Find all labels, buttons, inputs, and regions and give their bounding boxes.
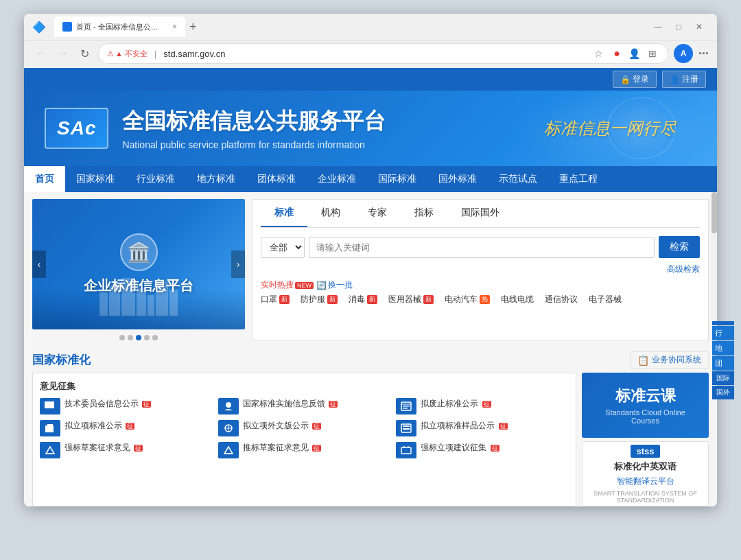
url-action-icons: ☆ ● 👤 ⊞ — [592, 47, 659, 60]
hot-search-header: 实时热搜 NEW 🔄 换一批 — [261, 279, 700, 291]
ns-icon-1 — [218, 398, 239, 415]
bookmark-icon[interactable]: ☆ — [592, 47, 606, 60]
float-intl[interactable]: 国际 — [712, 371, 717, 385]
dot-2[interactable] — [128, 335, 133, 340]
nav-bar: 首页 国家标准 行业标准 地方标准 团体标准 企业标准 国际标准 国外标准 示范… — [24, 166, 717, 192]
cast-icon[interactable]: ⊞ — [646, 47, 659, 60]
search-button[interactable]: 检索 — [659, 236, 700, 258]
minimize-button[interactable]: — — [648, 19, 668, 34]
svg-rect-7 — [403, 408, 408, 409]
hot-item-1[interactable]: 防护服 新 — [301, 294, 338, 305]
nav-item-international[interactable]: 国际标准 — [367, 166, 427, 192]
ns-item-2[interactable]: 拟废止标准公示 征 — [396, 398, 569, 415]
extensions-icon[interactable]: ● — [610, 47, 624, 60]
login-button[interactable]: 🔒 登录 — [613, 71, 657, 88]
dot-5[interactable] — [152, 335, 158, 340]
float-group[interactable]: 团 — [712, 356, 717, 371]
search-tabs: 标准 机构 专家 指标 国际国外 — [261, 200, 700, 228]
ns-item-text-0: 技术委员会信息公示 征 — [64, 398, 151, 410]
ns-content: 意见征集 技术委员会信息公示 征 — [32, 373, 709, 506]
search-tab-institution[interactable]: 机构 — [307, 200, 354, 227]
title-bar: 🔷 首页 - 全国标准信息公共服务平... × + — □ ✕ — [24, 14, 717, 40]
hot-item-7[interactable]: 电子器械 — [589, 294, 622, 305]
float-national[interactable]: 国家标准 — [712, 321, 717, 325]
svg-rect-17 — [401, 447, 411, 454]
nav-item-industry[interactable]: 行业标准 — [126, 166, 186, 192]
ns-item-0[interactable]: 技术委员会信息公示 征 — [40, 398, 213, 415]
nav-item-national[interactable]: 国家标准 — [65, 166, 126, 192]
url-text[interactable]: std.samr.gov.cn — [163, 49, 588, 59]
search-tab-expert[interactable]: 专家 — [354, 200, 401, 227]
nav-item-foreign[interactable]: 国外标准 — [427, 166, 488, 192]
profile-button[interactable]: A — [674, 44, 693, 63]
ns-item-3[interactable]: 拟立项标准公示 征 — [40, 420, 213, 436]
refresh-hot-link[interactable]: 🔄 换一批 — [316, 279, 353, 291]
window-buttons: — □ ✕ — [648, 19, 709, 34]
dot-1[interactable] — [119, 335, 125, 340]
url-bar: ⚠ ▲ 不安全 | std.samr.gov.cn ☆ ● 👤 ⊞ — [98, 43, 668, 64]
warning-icon: ⚠ — [107, 49, 114, 58]
back-button[interactable]: ← — [32, 45, 49, 62]
hot-item-4[interactable]: 电动汽车 热 — [445, 294, 490, 305]
search-input[interactable] — [309, 237, 655, 258]
tab-favicon — [62, 22, 72, 32]
business-system-link[interactable]: 📋 业务协同系统 — [630, 351, 709, 369]
close-button[interactable]: ✕ — [690, 19, 709, 34]
stss-ad[interactable]: stss 标准化中英双语 智能翻译云平台 SMART TRANSLATION S… — [582, 441, 709, 506]
new-tab-button[interactable]: + — [185, 19, 201, 36]
banner-next-btn[interactable]: › — [231, 250, 245, 278]
banner-dots — [32, 335, 245, 340]
hot-item-3[interactable]: 医用器械 新 — [388, 294, 434, 305]
ns-item-7[interactable]: 推标草案征求意见 征 — [218, 442, 391, 458]
more-options-button[interactable]: ··· — [698, 47, 709, 61]
maximize-button[interactable]: □ — [669, 19, 688, 34]
dot-4[interactable] — [144, 335, 150, 340]
scrollbar-thumb[interactable] — [711, 192, 717, 233]
ns-item-8[interactable]: 强标立项建议征集 征 — [396, 442, 569, 458]
stss-sub2: SMART TRANSLATION SYSTEM OF STANDARDIZAT… — [588, 490, 703, 504]
lock-icon: 🔒 — [620, 75, 631, 84]
hot-item-0[interactable]: 口罩 新 — [261, 294, 290, 305]
forward-button[interactable]: → — [54, 45, 71, 62]
refresh-button[interactable]: ↻ — [76, 45, 93, 62]
float-industry[interactable]: 行 — [712, 326, 717, 340]
search-scope-select[interactable]: 全部 — [261, 237, 305, 258]
profile-icon[interactable]: 👤 — [628, 47, 642, 60]
tab-close-btn[interactable]: × — [172, 22, 177, 32]
ns-item-4[interactable]: 拟立项外文版公示 征 — [218, 420, 391, 436]
window-controls: 🔷 — [32, 21, 46, 34]
nav-item-home[interactable]: 首页 — [24, 166, 65, 192]
float-local[interactable]: 地 — [712, 341, 717, 355]
nav-item-local[interactable]: 地方标准 — [186, 166, 246, 192]
hot-item-6[interactable]: 通信协议 — [545, 294, 578, 305]
advanced-search-link[interactable]: 高级检索 — [261, 264, 700, 275]
refresh-icon: 🔄 — [316, 281, 327, 290]
search-tab-intl[interactable]: 国际国外 — [447, 200, 513, 227]
nav-item-demo[interactable]: 示范试点 — [488, 166, 548, 192]
banner-icon: 🏛️ — [120, 233, 158, 271]
nav-item-key[interactable]: 重点工程 — [548, 166, 609, 192]
ns-item-5[interactable]: 拟立项标准样品公示 征 — [396, 420, 569, 436]
ns-icon-5 — [396, 420, 416, 436]
svg-rect-2 — [46, 405, 53, 406]
ns-header: 国家标准化 📋 业务协同系统 国家标准 行 地 团 国际 国外 — [32, 351, 709, 369]
hot-item-2[interactable]: 消毒 新 — [349, 294, 377, 305]
right-ads: 标准云课 Standards Cloud Online Courses stss… — [582, 373, 709, 506]
ns-title: 国家标准化 — [32, 352, 91, 368]
website-content: 🔒 登录 👤 注册 SAc 全国标准信息公共服务平台 National publ… — [24, 68, 717, 506]
cloud-courses-ad[interactable]: 标准云课 Standards Cloud Online Courses — [582, 373, 709, 438]
nav-item-enterprise[interactable]: 企业标准 — [307, 166, 367, 192]
active-tab[interactable]: 首页 - 全国标准信息公共服务平... × — [54, 16, 185, 37]
search-tab-standard[interactable]: 标准 — [261, 200, 307, 227]
register-button[interactable]: 👤 注册 — [662, 71, 706, 88]
banner-image[interactable]: 🏛️ 企业标准信息平台 ‹ › — [32, 199, 245, 329]
nav-item-group[interactable]: 团体标准 — [246, 166, 307, 192]
float-foreign[interactable]: 国外 — [712, 386, 717, 399]
banner-prev-btn[interactable]: ‹ — [32, 250, 46, 278]
search-tab-index[interactable]: 指标 — [401, 200, 447, 227]
hot-item-5[interactable]: 电线电缆 — [501, 294, 534, 305]
dot-3[interactable] — [136, 335, 141, 340]
ns-item-1[interactable]: 国家标准实施信息反馈 征 — [218, 398, 391, 415]
ns-icon-0 — [40, 398, 60, 415]
ns-item-6[interactable]: 强标草案征求意见 征 — [40, 442, 213, 458]
